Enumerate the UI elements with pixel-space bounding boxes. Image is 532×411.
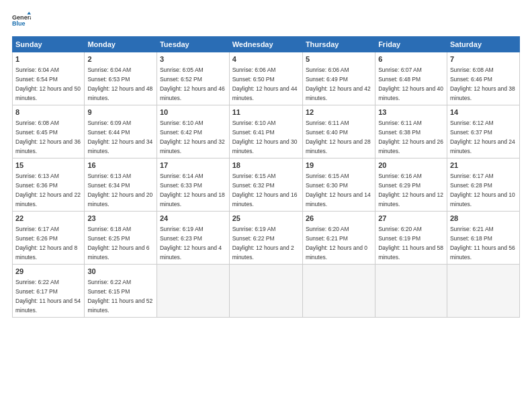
calendar-cell: 5 Sunrise: 6:06 AMSunset: 6:49 PMDayligh… xyxy=(302,52,375,105)
logo-icon: General Blue xyxy=(12,11,31,30)
calendar-cell: 30 Sunrise: 6:22 AMSunset: 6:15 PMDaylig… xyxy=(85,264,157,317)
calendar-cell: 21 Sunrise: 6:17 AMSunset: 6:28 PMDaylig… xyxy=(447,158,519,211)
day-info: Sunrise: 6:08 AMSunset: 6:46 PMDaylight:… xyxy=(450,66,515,101)
day-info: Sunrise: 6:15 AMSunset: 6:32 PMDaylight:… xyxy=(232,173,298,208)
day-info: Sunrise: 6:22 AMSunset: 6:15 PMDaylight:… xyxy=(87,279,152,314)
day-info: Sunrise: 6:17 AMSunset: 6:28 PMDaylight:… xyxy=(450,173,515,208)
day-info: Sunrise: 6:18 AMSunset: 6:25 PMDaylight:… xyxy=(87,226,149,261)
day-number: 25 xyxy=(232,214,300,224)
day-info: Sunrise: 6:04 AMSunset: 6:54 PMDaylight:… xyxy=(15,66,81,101)
day-number: 1 xyxy=(15,54,81,64)
calendar-cell: 13 Sunrise: 6:11 AMSunset: 6:38 PMDaylig… xyxy=(375,105,447,158)
day-number: 7 xyxy=(450,54,517,64)
day-info: Sunrise: 6:10 AMSunset: 6:42 PMDaylight:… xyxy=(160,120,225,154)
calendar-cell: 6 Sunrise: 6:07 AMSunset: 6:48 PMDayligh… xyxy=(375,52,447,105)
day-info: Sunrise: 6:09 AMSunset: 6:44 PMDaylight:… xyxy=(87,120,152,154)
day-info: Sunrise: 6:13 AMSunset: 6:34 PMDaylight:… xyxy=(87,173,152,208)
day-number: 17 xyxy=(160,161,226,171)
calendar-cell: 15 Sunrise: 6:13 AMSunset: 6:36 PMDaylig… xyxy=(13,158,85,211)
calendar-cell: 26 Sunrise: 6:20 AMSunset: 6:21 PMDaylig… xyxy=(302,211,375,264)
logo: General Blue xyxy=(12,11,31,30)
svg-marker-2 xyxy=(27,11,31,14)
day-info: Sunrise: 6:20 AMSunset: 6:19 PMDaylight:… xyxy=(378,226,443,261)
day-info: Sunrise: 6:08 AMSunset: 6:45 PMDaylight:… xyxy=(15,120,81,154)
day-number: 8 xyxy=(15,107,81,118)
day-number: 13 xyxy=(378,107,444,118)
day-number: 24 xyxy=(160,214,226,224)
day-number: 28 xyxy=(450,214,517,224)
day-number: 20 xyxy=(378,161,444,171)
day-number: 27 xyxy=(378,214,444,224)
day-info: Sunrise: 6:11 AMSunset: 6:40 PMDaylight:… xyxy=(306,120,371,154)
day-number: 4 xyxy=(232,54,300,64)
day-info: Sunrise: 6:04 AMSunset: 6:53 PMDaylight:… xyxy=(87,66,152,101)
calendar-cell: 19 Sunrise: 6:15 AMSunset: 6:30 PMDaylig… xyxy=(302,158,375,211)
calendar-cell xyxy=(375,264,447,317)
calendar-week-row: 15 Sunrise: 6:13 AMSunset: 6:36 PMDaylig… xyxy=(13,158,520,211)
calendar-cell: 14 Sunrise: 6:12 AMSunset: 6:37 PMDaylig… xyxy=(447,105,519,158)
day-number: 16 xyxy=(87,161,154,171)
calendar-cell: 28 Sunrise: 6:21 AMSunset: 6:18 PMDaylig… xyxy=(447,211,519,264)
day-number: 19 xyxy=(306,161,372,171)
calendar-cell: 29 Sunrise: 6:22 AMSunset: 6:17 PMDaylig… xyxy=(13,264,85,317)
day-info: Sunrise: 6:19 AMSunset: 6:23 PMDaylight:… xyxy=(160,226,222,261)
day-number: 22 xyxy=(15,214,81,224)
calendar-cell: 3 Sunrise: 6:05 AMSunset: 6:52 PMDayligh… xyxy=(157,52,229,105)
weekday-header: Saturday xyxy=(447,37,519,52)
calendar-cell: 22 Sunrise: 6:17 AMSunset: 6:26 PMDaylig… xyxy=(13,211,85,264)
calendar-week-row: 8 Sunrise: 6:08 AMSunset: 6:45 PMDayligh… xyxy=(13,105,520,158)
day-info: Sunrise: 6:10 AMSunset: 6:41 PMDaylight:… xyxy=(232,120,298,154)
calendar-cell xyxy=(229,264,302,317)
calendar-cell: 4 Sunrise: 6:06 AMSunset: 6:50 PMDayligh… xyxy=(229,52,302,105)
weekday-header: Thursday xyxy=(302,37,375,52)
calendar-header: SundayMondayTuesdayWednesdayThursdayFrid… xyxy=(13,37,520,52)
day-number: 30 xyxy=(87,267,154,277)
calendar-week-row: 29 Sunrise: 6:22 AMSunset: 6:17 PMDaylig… xyxy=(13,264,520,317)
weekday-header: Monday xyxy=(85,37,157,52)
day-info: Sunrise: 6:21 AMSunset: 6:18 PMDaylight:… xyxy=(450,226,515,261)
calendar-week-row: 1 Sunrise: 6:04 AMSunset: 6:54 PMDayligh… xyxy=(13,52,520,105)
weekday-header: Wednesday xyxy=(229,37,302,52)
day-number: 21 xyxy=(450,161,517,171)
day-number: 2 xyxy=(87,54,154,64)
weekday-header: Friday xyxy=(375,37,447,52)
page-header: General Blue xyxy=(12,11,520,30)
svg-text:Blue: Blue xyxy=(12,20,26,27)
calendar-cell: 16 Sunrise: 6:13 AMSunset: 6:34 PMDaylig… xyxy=(85,158,157,211)
calendar-cell: 10 Sunrise: 6:10 AMSunset: 6:42 PMDaylig… xyxy=(157,105,229,158)
day-info: Sunrise: 6:20 AMSunset: 6:21 PMDaylight:… xyxy=(306,226,367,261)
calendar-cell: 8 Sunrise: 6:08 AMSunset: 6:45 PMDayligh… xyxy=(13,105,85,158)
calendar-cell: 27 Sunrise: 6:20 AMSunset: 6:19 PMDaylig… xyxy=(375,211,447,264)
weekday-header: Tuesday xyxy=(157,37,229,52)
calendar-cell: 2 Sunrise: 6:04 AMSunset: 6:53 PMDayligh… xyxy=(85,52,157,105)
calendar-cell: 12 Sunrise: 6:11 AMSunset: 6:40 PMDaylig… xyxy=(302,105,375,158)
calendar-cell: 20 Sunrise: 6:16 AMSunset: 6:29 PMDaylig… xyxy=(375,158,447,211)
calendar-cell: 24 Sunrise: 6:19 AMSunset: 6:23 PMDaylig… xyxy=(157,211,229,264)
calendar-cell xyxy=(157,264,229,317)
calendar-cell: 7 Sunrise: 6:08 AMSunset: 6:46 PMDayligh… xyxy=(447,52,519,105)
calendar-cell xyxy=(447,264,519,317)
day-info: Sunrise: 6:17 AMSunset: 6:26 PMDaylight:… xyxy=(15,226,77,261)
calendar-cell xyxy=(302,264,375,317)
day-info: Sunrise: 6:12 AMSunset: 6:37 PMDaylight:… xyxy=(450,120,515,154)
calendar-cell: 25 Sunrise: 6:19 AMSunset: 6:22 PMDaylig… xyxy=(229,211,302,264)
svg-text:General: General xyxy=(12,14,31,21)
day-info: Sunrise: 6:11 AMSunset: 6:38 PMDaylight:… xyxy=(378,120,443,154)
day-info: Sunrise: 6:22 AMSunset: 6:17 PMDaylight:… xyxy=(15,279,81,314)
day-info: Sunrise: 6:07 AMSunset: 6:48 PMDaylight:… xyxy=(378,66,443,101)
day-number: 29 xyxy=(15,267,81,277)
day-info: Sunrise: 6:06 AMSunset: 6:50 PMDaylight:… xyxy=(232,66,298,101)
day-number: 26 xyxy=(306,214,372,224)
day-info: Sunrise: 6:15 AMSunset: 6:30 PMDaylight:… xyxy=(306,173,371,208)
day-info: Sunrise: 6:05 AMSunset: 6:52 PMDaylight:… xyxy=(160,66,225,101)
day-info: Sunrise: 6:06 AMSunset: 6:49 PMDaylight:… xyxy=(306,66,371,101)
calendar-cell: 11 Sunrise: 6:10 AMSunset: 6:41 PMDaylig… xyxy=(229,105,302,158)
day-number: 15 xyxy=(15,161,81,171)
day-info: Sunrise: 6:16 AMSunset: 6:29 PMDaylight:… xyxy=(378,173,443,208)
calendar-cell: 17 Sunrise: 6:14 AMSunset: 6:33 PMDaylig… xyxy=(157,158,229,211)
day-number: 23 xyxy=(87,214,154,224)
day-info: Sunrise: 6:19 AMSunset: 6:22 PMDaylight:… xyxy=(232,226,294,261)
day-number: 14 xyxy=(450,107,517,118)
day-number: 18 xyxy=(232,161,300,171)
day-number: 5 xyxy=(306,54,372,64)
